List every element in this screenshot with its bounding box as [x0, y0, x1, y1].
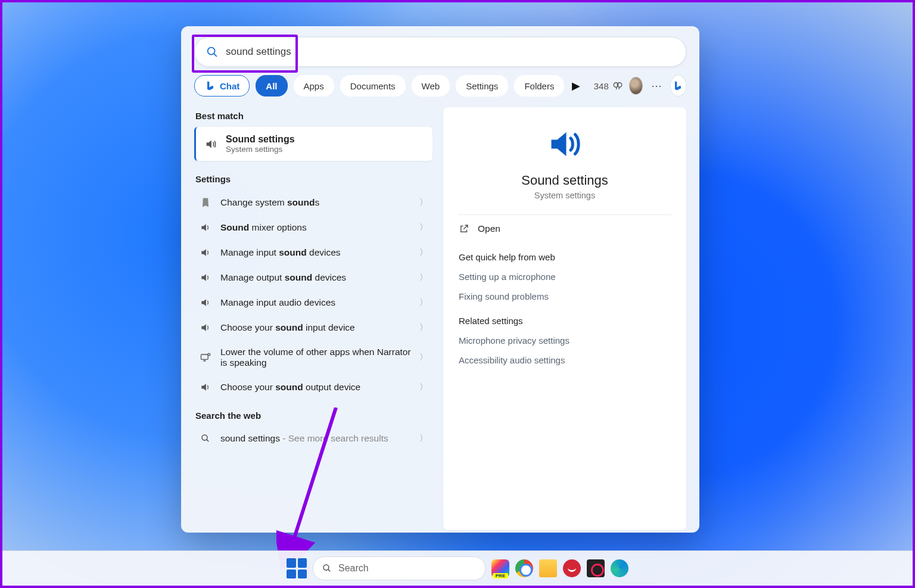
result-label: Lower the volume of other apps when Narr… — [220, 347, 411, 368]
tab-apps[interactable]: Apps — [294, 75, 334, 97]
sound-icon — [204, 138, 217, 151]
sound-icon — [199, 247, 212, 259]
chevron-right-icon: 〉 — [419, 222, 428, 233]
chevron-right-icon: 〉 — [419, 322, 428, 333]
settings-result-item[interactable]: Sound mixer options〉 — [194, 215, 432, 240]
tab-all[interactable]: All — [256, 75, 287, 97]
result-label: Sound mixer options — [220, 222, 411, 233]
taskbar-search-placeholder: Search — [338, 563, 369, 574]
search-box[interactable] — [194, 37, 686, 67]
bing-icon — [672, 80, 684, 92]
user-avatar[interactable] — [629, 77, 643, 95]
help-link[interactable]: Fixing sound problems — [458, 287, 672, 306]
taskbar-app-1[interactable] — [491, 559, 509, 577]
taskbar-chrome[interactable] — [515, 559, 533, 577]
tab-chat[interactable]: Chat — [194, 75, 250, 97]
settings-result-item[interactable]: Choose your sound output device〉 — [194, 375, 432, 400]
sound-icon — [199, 222, 212, 234]
filter-tabs: Chat All Apps Documents Web Settings Fol… — [181, 67, 699, 107]
svg-point-5 — [208, 353, 210, 356]
result-label: Choose your sound output device — [220, 382, 411, 393]
taskbar-app-2[interactable] — [563, 559, 581, 577]
start-button[interactable] — [287, 558, 307, 578]
svg-point-6 — [202, 435, 207, 440]
help-link[interactable]: Setting up a microphone — [458, 267, 672, 287]
settings-heading: Settings — [195, 174, 432, 184]
chevron-right-icon: 〉 — [419, 382, 428, 393]
chevron-right-icon: 〉 — [419, 197, 428, 208]
taskbar-search[interactable]: Search — [313, 556, 485, 580]
best-match-subtitle: System settings — [226, 145, 295, 154]
result-label: Manage input audio devices — [220, 297, 411, 308]
svg-line-1 — [214, 54, 216, 56]
rewards-icon — [612, 80, 623, 91]
rewards-points-value: 348 — [594, 81, 609, 91]
chevron-right-icon: 〉 — [419, 272, 428, 283]
search-web-label: sound settings - See more search results — [220, 433, 411, 444]
open-label: Open — [478, 223, 500, 234]
sound-icon — [199, 272, 212, 284]
sound-icon — [199, 381, 212, 393]
chevron-right-icon: 〉 — [419, 247, 428, 258]
settings-result-item[interactable]: Choose your sound input device〉 — [194, 315, 432, 340]
preview-title: Sound settings — [521, 173, 608, 188]
sound-icon — [199, 297, 212, 309]
taskbar-file-explorer[interactable] — [539, 559, 557, 577]
open-action[interactable]: Open — [458, 215, 672, 242]
tab-chat-label: Chat — [220, 81, 239, 91]
more-options-icon[interactable]: ⋯ — [649, 79, 664, 92]
best-match-heading: Best match — [195, 111, 432, 121]
search-web-item[interactable]: sound settings - See more search results… — [194, 427, 432, 450]
related-link[interactable]: Microphone privacy settings — [458, 331, 672, 350]
svg-point-9 — [323, 565, 329, 570]
bing-button[interactable] — [670, 75, 686, 97]
tab-web[interactable]: Web — [412, 75, 450, 97]
result-label: Change system sounds — [220, 197, 411, 208]
tab-documents[interactable]: Documents — [340, 75, 406, 97]
taskbar: Search — [2, 550, 913, 586]
sound-icon — [199, 351, 212, 363]
quick-help-heading: Get quick help from web — [459, 252, 672, 262]
tab-folders[interactable]: Folders — [514, 75, 564, 97]
start-search-panel: Chat All Apps Documents Web Settings Fol… — [181, 26, 699, 533]
taskbar-edge[interactable] — [611, 559, 628, 577]
settings-result-item[interactable]: Manage input audio devices〉 — [194, 290, 432, 315]
sound-icon — [199, 322, 212, 334]
results-list: Best match Sound settings System setting… — [194, 107, 432, 530]
open-icon — [459, 223, 469, 234]
search-icon — [206, 45, 219, 58]
chevron-right-icon: 〉 — [419, 352, 428, 363]
settings-result-item[interactable]: Manage output sound devices〉 — [194, 265, 432, 290]
settings-result-item[interactable]: Change system sounds〉 — [194, 190, 432, 215]
result-label: Manage output sound devices — [220, 272, 411, 283]
settings-result-item[interactable]: Manage input sound devices〉 — [194, 240, 432, 265]
chevron-right-icon: 〉 — [419, 433, 428, 444]
settings-result-item[interactable]: Lower the volume of other apps when Narr… — [194, 340, 432, 375]
svg-line-10 — [328, 570, 330, 571]
sound-icon — [199, 197, 212, 209]
search-icon — [322, 563, 332, 574]
chevron-right-icon: 〉 — [419, 297, 428, 308]
tab-settings[interactable]: Settings — [456, 75, 508, 97]
best-match-item[interactable]: Sound settings System settings — [194, 127, 432, 161]
svg-rect-4 — [201, 354, 208, 359]
related-link[interactable]: Accessibility audio settings — [458, 350, 672, 370]
sound-hero-icon — [544, 126, 586, 162]
preview-subtitle: System settings — [534, 191, 595, 200]
search-input[interactable] — [225, 45, 675, 58]
search-icon — [200, 433, 211, 444]
more-filters-icon[interactable]: ▶ — [570, 79, 581, 92]
svg-line-7 — [207, 440, 208, 441]
result-label: Manage input sound devices — [220, 247, 411, 258]
preview-panel: Sound settings System settings Open Get … — [443, 107, 686, 530]
taskbar-app-3[interactable] — [587, 559, 605, 577]
rewards-points[interactable]: 348 — [594, 80, 623, 91]
result-label: Choose your sound input device — [220, 322, 411, 333]
related-heading: Related settings — [459, 316, 672, 326]
best-match-title: Sound settings — [226, 134, 295, 145]
search-web-heading: Search the web — [195, 410, 432, 421]
bing-chat-icon — [204, 80, 216, 92]
